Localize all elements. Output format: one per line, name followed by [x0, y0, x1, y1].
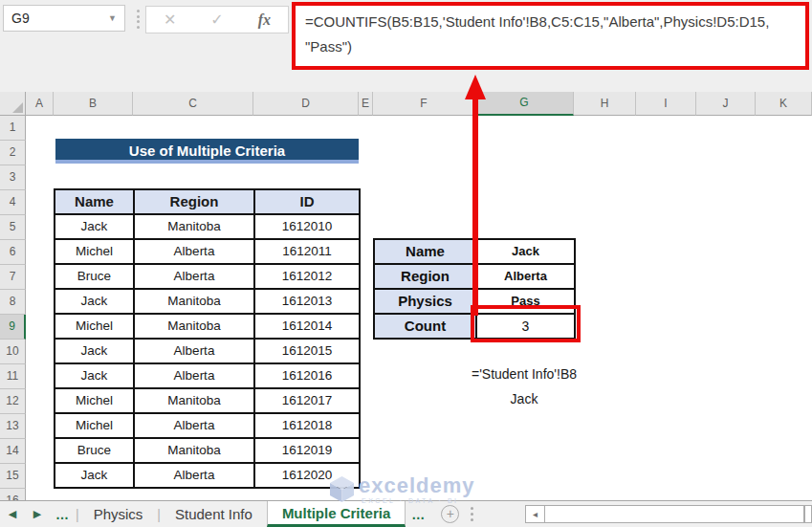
column-header-k[interactable]: K: [756, 92, 812, 116]
row-header-12[interactable]: 12: [0, 389, 26, 414]
table-cell[interactable]: Michel: [55, 240, 135, 265]
cancel-icon[interactable]: ✕: [164, 11, 176, 29]
column-header-c[interactable]: C: [133, 92, 253, 116]
new-sheet-button[interactable]: +: [441, 505, 459, 523]
tab-scroll-right-button[interactable]: ▶: [25, 501, 50, 527]
tab-multiple-criteria[interactable]: Multiple Criteria: [267, 501, 406, 527]
table-cell[interactable]: Jack: [55, 215, 135, 240]
watermark-brand: exceldemy: [359, 475, 475, 496]
sheet-tabs: |Physics|Student InfoMultiple Criteria: [76, 501, 406, 527]
table-row: JackAlberta1612015: [55, 340, 361, 364]
table-cell[interactable]: Jack: [55, 290, 135, 315]
table-cell[interactable]: 1612010: [255, 215, 361, 240]
table-cell[interactable]: 1612011: [255, 240, 361, 265]
table-cell[interactable]: Michel: [55, 414, 135, 439]
row-header-4[interactable]: 4: [0, 190, 26, 215]
tab-bar-options-icon[interactable]: [471, 501, 473, 527]
table-cell[interactable]: 1612016: [255, 364, 361, 389]
column-header-e[interactable]: E: [359, 92, 373, 116]
table-cell[interactable]: Manitoba: [135, 215, 255, 240]
table-cell[interactable]: 1612013: [255, 290, 361, 315]
table-cell[interactable]: 1612019: [255, 439, 361, 464]
name-box[interactable]: G9 ▼: [3, 5, 125, 32]
insert-function-icon[interactable]: fx: [258, 11, 271, 29]
column-header-i[interactable]: I: [636, 92, 696, 116]
row-header-6[interactable]: 6: [0, 240, 26, 265]
row-header-13[interactable]: 13: [0, 414, 26, 439]
formula-bar[interactable]: =COUNTIFS(B5:B15,'Student Info'!B8,C5:C1…: [292, 2, 809, 70]
name-box-dropdown-icon[interactable]: ▼: [108, 13, 117, 23]
horizontal-scrollbar[interactable]: ◂: [525, 505, 804, 523]
tab-overflow-right[interactable]: …: [406, 501, 431, 527]
table-cell[interactable]: Alberta: [135, 364, 255, 389]
table-row: JackManitoba1612013: [55, 290, 361, 315]
table-cell[interactable]: 1612014: [255, 315, 361, 340]
table-cell[interactable]: 1612017: [255, 389, 361, 414]
reference-result-text: Jack: [428, 391, 620, 406]
table-cell[interactable]: Alberta: [135, 265, 255, 290]
row-header-1[interactable]: 1: [0, 116, 26, 141]
table-cell[interactable]: Alberta: [135, 340, 255, 364]
row-header-15[interactable]: 15: [0, 464, 26, 489]
table-cell[interactable]: 1612018: [255, 414, 361, 439]
criteria-label: Name: [375, 240, 477, 265]
table-cell[interactable]: Michel: [55, 315, 135, 340]
row-header-5[interactable]: 5: [0, 215, 26, 240]
criteria-value[interactable]: Alberta: [477, 265, 576, 290]
tab-overflow-left[interactable]: …: [50, 501, 76, 527]
table-cell[interactable]: Michel: [55, 389, 135, 414]
column-header-g[interactable]: G: [475, 92, 574, 116]
tab-scroll-left-button[interactable]: ◀: [0, 501, 25, 527]
table-cell[interactable]: Bruce: [55, 265, 135, 290]
row-header-11[interactable]: 11: [0, 364, 26, 389]
select-all-button[interactable]: [0, 92, 26, 116]
row-header-9[interactable]: 9: [0, 315, 26, 340]
column-header-b[interactable]: B: [54, 92, 133, 116]
table-cell[interactable]: 1612012: [255, 265, 361, 290]
tab-scroll-right-icon: ▶: [33, 508, 41, 520]
row-header-10[interactable]: 10: [0, 340, 26, 364]
reference-formula-text: ='Student Info'!B8: [428, 366, 620, 382]
row-header-16[interactable]: 16: [0, 489, 26, 500]
table-cell[interactable]: Jack: [55, 340, 135, 364]
column-header-j[interactable]: J: [696, 92, 756, 116]
table-cell[interactable]: Manitoba: [135, 290, 255, 315]
table-cell[interactable]: Bruce: [55, 439, 135, 464]
scrollbar-right-edge[interactable]: [804, 505, 812, 523]
main-table: NameRegionIDJackManitoba1612010MichelAlb…: [54, 188, 361, 489]
table-cell[interactable]: Alberta: [135, 414, 255, 439]
column-header-d[interactable]: D: [253, 92, 359, 116]
row-header-14[interactable]: 14: [0, 439, 26, 464]
table-row: MichelManitoba1612017: [55, 389, 361, 414]
row-header-7[interactable]: 7: [0, 265, 26, 290]
table-row: BruceManitoba1612019: [55, 439, 361, 464]
row-header-3[interactable]: 3: [0, 165, 26, 190]
table-cell[interactable]: Manitoba: [135, 439, 255, 464]
main-table-header-cell: Name: [55, 190, 135, 215]
table-cell[interactable]: Jack: [55, 464, 135, 489]
tab-student-info[interactable]: Student Info: [161, 501, 267, 527]
column-headers: ABCDEFGHIJK: [26, 92, 812, 116]
row-header-8[interactable]: 8: [0, 290, 26, 315]
scrollbar-thumb[interactable]: [545, 505, 804, 523]
table-cell[interactable]: Alberta: [135, 464, 255, 489]
scrollbar-left-arrow-icon[interactable]: ◂: [525, 505, 545, 523]
tab-scroll-left-icon: ◀: [9, 508, 16, 520]
criteria-value[interactable]: Jack: [477, 240, 576, 265]
table-cell[interactable]: Alberta: [135, 240, 255, 265]
column-header-a[interactable]: A: [26, 92, 54, 116]
table-cell[interactable]: Jack: [55, 364, 135, 389]
table-cell[interactable]: 1612020: [255, 464, 361, 489]
column-header-f[interactable]: F: [373, 92, 475, 116]
table-cell[interactable]: Manitoba: [135, 389, 255, 414]
table-cell[interactable]: 1612015: [255, 340, 361, 364]
column-header-h[interactable]: H: [574, 92, 636, 116]
row-header-2[interactable]: 2: [0, 141, 26, 165]
name-box-value: G9: [11, 11, 108, 26]
enter-icon[interactable]: ✓: [210, 11, 223, 29]
formula-line-2: "Pass"): [305, 34, 796, 59]
main-table-header-cell: Region: [135, 190, 255, 215]
tab-physics[interactable]: Physics: [79, 501, 158, 527]
table-cell[interactable]: Manitoba: [135, 315, 255, 340]
annotation-arrow-shaft: [472, 98, 478, 316]
